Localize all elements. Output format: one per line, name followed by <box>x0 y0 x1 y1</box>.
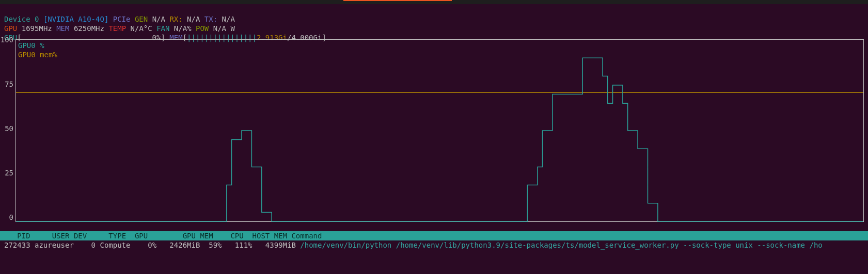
window-titlebar <box>0 0 868 4</box>
tx-value: N/A <box>222 15 235 23</box>
gpu-utilization-chart: 100 75 50 25 0 GPU0 % GPU0 mem% <box>0 37 864 229</box>
chart-area: GPU0 % GPU0 mem% <box>15 39 864 222</box>
process-row[interactable]: 272433 azureuser 0 Compute 0% 2426MiB 59… <box>0 240 868 250</box>
device-label: Device 0 <box>4 15 39 23</box>
mem-clock: 6250MHz <box>74 24 104 33</box>
proc-dev: 0 <box>91 241 96 249</box>
proc-gpu-mem: 2426MiB <box>169 241 200 249</box>
col-gpu-label: GPU <box>135 232 148 240</box>
col-type-label: TYPE <box>108 232 126 240</box>
rx-value: N/A <box>187 15 200 23</box>
gpu-clock-label: GPU <box>4 24 17 33</box>
col-gpu-mem-label: GPU MEM <box>183 232 213 240</box>
proc-pid: 272433 <box>4 241 30 249</box>
process-table-header: PID USER DEV TYPE GPU GPU MEM CPU HOST M… <box>0 231 868 240</box>
proc-gpu: 0% <box>148 241 156 249</box>
proc-user: azureuser <box>35 241 74 249</box>
rx-label: RX: <box>169 15 182 23</box>
col-dev-label: DEV <box>74 232 87 240</box>
pow-value: N/A W <box>213 24 235 33</box>
y-label-0: 0 <box>9 213 13 222</box>
proc-host-mem: 4399MiB <box>265 241 296 249</box>
gen-value: N/A <box>152 15 165 23</box>
gen-label: GEN <box>135 15 148 23</box>
gpu-percent-line <box>16 40 863 221</box>
proc-command: /home/venv/bin/python /home/venv/lib/pyt… <box>300 241 822 249</box>
col-host-mem-label: HOST MEM <box>252 232 287 240</box>
col-pid <box>4 232 17 240</box>
col-command-label: Command <box>291 232 322 240</box>
pcie-label: PCIe <box>113 15 131 23</box>
proc-type: Compute <box>100 241 130 249</box>
temp-value: N/A°C <box>131 24 152 33</box>
y-label-100: 100 <box>1 35 13 44</box>
tx-label: TX: <box>204 15 217 23</box>
col-user-label: USER <box>52 232 70 240</box>
chart-y-axis: 100 75 50 25 0 <box>0 37 15 229</box>
proc-cpu: 111% <box>235 241 252 249</box>
y-label-50: 50 <box>5 124 13 133</box>
y-label-25: 25 <box>5 168 13 178</box>
fan-label: FAN <box>156 24 169 33</box>
col-pid-label: PID <box>17 232 30 240</box>
fan-value: N/A% <box>174 24 192 33</box>
col-cpu-label: CPU <box>230 232 243 240</box>
mem-clock-label: MEM <box>56 24 69 33</box>
temp-label: TEMP <box>108 24 126 33</box>
pow-label: POW <box>196 24 209 33</box>
gpu-clock: 1695MHz <box>22 24 52 33</box>
device-name: [NVIDIA A10-4Q] <box>43 15 108 23</box>
proc-gpu-mem-pct: 59% <box>209 241 222 249</box>
y-label-75: 75 <box>5 79 13 89</box>
